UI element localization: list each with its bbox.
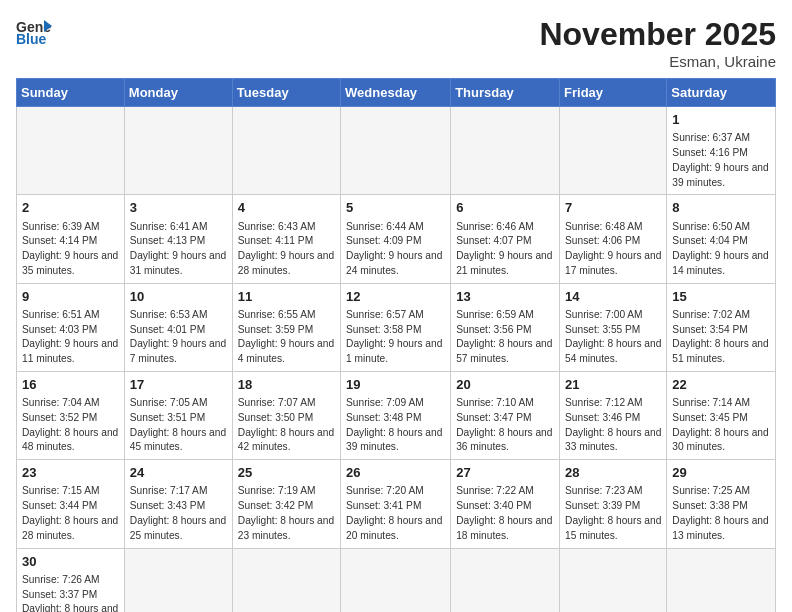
logo-icon: General Blue <box>16 16 52 46</box>
day-info: Sunrise: 7:05 AM Sunset: 3:51 PM Dayligh… <box>130 396 227 455</box>
calendar-cell <box>560 107 667 195</box>
day-info: Sunrise: 6:50 AM Sunset: 4:04 PM Dayligh… <box>672 220 770 279</box>
day-number: 19 <box>346 376 445 394</box>
day-info: Sunrise: 6:43 AM Sunset: 4:11 PM Dayligh… <box>238 220 335 279</box>
column-header-thursday: Thursday <box>451 79 560 107</box>
svg-text:Blue: Blue <box>16 31 47 46</box>
day-info: Sunrise: 7:15 AM Sunset: 3:44 PM Dayligh… <box>22 484 119 543</box>
day-info: Sunrise: 7:04 AM Sunset: 3:52 PM Dayligh… <box>22 396 119 455</box>
calendar-cell: 13Sunrise: 6:59 AM Sunset: 3:56 PM Dayli… <box>451 283 560 371</box>
day-number: 30 <box>22 553 119 571</box>
calendar-cell: 1Sunrise: 6:37 AM Sunset: 4:16 PM Daylig… <box>667 107 776 195</box>
calendar-cell: 10Sunrise: 6:53 AM Sunset: 4:01 PM Dayli… <box>124 283 232 371</box>
day-number: 23 <box>22 464 119 482</box>
calendar-cell <box>341 548 451 612</box>
day-number: 4 <box>238 199 335 217</box>
calendar-header-row: SundayMondayTuesdayWednesdayThursdayFrid… <box>17 79 776 107</box>
day-number: 25 <box>238 464 335 482</box>
calendar-cell: 7Sunrise: 6:48 AM Sunset: 4:06 PM Daylig… <box>560 195 667 283</box>
calendar-week-row: 30Sunrise: 7:26 AM Sunset: 3:37 PM Dayli… <box>17 548 776 612</box>
day-info: Sunrise: 6:55 AM Sunset: 3:59 PM Dayligh… <box>238 308 335 367</box>
day-info: Sunrise: 7:23 AM Sunset: 3:39 PM Dayligh… <box>565 484 661 543</box>
column-header-wednesday: Wednesday <box>341 79 451 107</box>
calendar-week-row: 2Sunrise: 6:39 AM Sunset: 4:14 PM Daylig… <box>17 195 776 283</box>
day-number: 24 <box>130 464 227 482</box>
day-number: 14 <box>565 288 661 306</box>
column-header-tuesday: Tuesday <box>232 79 340 107</box>
day-info: Sunrise: 7:20 AM Sunset: 3:41 PM Dayligh… <box>346 484 445 543</box>
day-info: Sunrise: 6:59 AM Sunset: 3:56 PM Dayligh… <box>456 308 554 367</box>
day-number: 6 <box>456 199 554 217</box>
column-header-monday: Monday <box>124 79 232 107</box>
calendar-cell: 27Sunrise: 7:22 AM Sunset: 3:40 PM Dayli… <box>451 460 560 548</box>
day-number: 18 <box>238 376 335 394</box>
month-title: November 2025 <box>539 16 776 53</box>
calendar-cell: 23Sunrise: 7:15 AM Sunset: 3:44 PM Dayli… <box>17 460 125 548</box>
column-header-saturday: Saturday <box>667 79 776 107</box>
calendar-week-row: 9Sunrise: 6:51 AM Sunset: 4:03 PM Daylig… <box>17 283 776 371</box>
calendar-cell: 16Sunrise: 7:04 AM Sunset: 3:52 PM Dayli… <box>17 371 125 459</box>
calendar-cell: 6Sunrise: 6:46 AM Sunset: 4:07 PM Daylig… <box>451 195 560 283</box>
calendar-cell: 29Sunrise: 7:25 AM Sunset: 3:38 PM Dayli… <box>667 460 776 548</box>
calendar-cell: 26Sunrise: 7:20 AM Sunset: 3:41 PM Dayli… <box>341 460 451 548</box>
calendar-cell: 30Sunrise: 7:26 AM Sunset: 3:37 PM Dayli… <box>17 548 125 612</box>
calendar-cell: 28Sunrise: 7:23 AM Sunset: 3:39 PM Dayli… <box>560 460 667 548</box>
day-info: Sunrise: 7:14 AM Sunset: 3:45 PM Dayligh… <box>672 396 770 455</box>
calendar-cell <box>667 548 776 612</box>
day-info: Sunrise: 6:46 AM Sunset: 4:07 PM Dayligh… <box>456 220 554 279</box>
day-number: 16 <box>22 376 119 394</box>
calendar-week-row: 1Sunrise: 6:37 AM Sunset: 4:16 PM Daylig… <box>17 107 776 195</box>
day-number: 1 <box>672 111 770 129</box>
day-info: Sunrise: 7:07 AM Sunset: 3:50 PM Dayligh… <box>238 396 335 455</box>
calendar-cell: 3Sunrise: 6:41 AM Sunset: 4:13 PM Daylig… <box>124 195 232 283</box>
calendar-cell <box>124 107 232 195</box>
calendar-cell <box>17 107 125 195</box>
day-info: Sunrise: 7:10 AM Sunset: 3:47 PM Dayligh… <box>456 396 554 455</box>
calendar-cell: 14Sunrise: 7:00 AM Sunset: 3:55 PM Dayli… <box>560 283 667 371</box>
day-number: 13 <box>456 288 554 306</box>
day-number: 17 <box>130 376 227 394</box>
logo: General Blue <box>16 16 52 46</box>
calendar-cell: 4Sunrise: 6:43 AM Sunset: 4:11 PM Daylig… <box>232 195 340 283</box>
day-number: 21 <box>565 376 661 394</box>
day-info: Sunrise: 6:37 AM Sunset: 4:16 PM Dayligh… <box>672 131 770 190</box>
calendar-cell: 18Sunrise: 7:07 AM Sunset: 3:50 PM Dayli… <box>232 371 340 459</box>
calendar-cell: 5Sunrise: 6:44 AM Sunset: 4:09 PM Daylig… <box>341 195 451 283</box>
page-header: General Blue November 2025 Esman, Ukrain… <box>16 16 776 70</box>
calendar-cell: 22Sunrise: 7:14 AM Sunset: 3:45 PM Dayli… <box>667 371 776 459</box>
day-info: Sunrise: 7:25 AM Sunset: 3:38 PM Dayligh… <box>672 484 770 543</box>
day-number: 8 <box>672 199 770 217</box>
day-info: Sunrise: 7:09 AM Sunset: 3:48 PM Dayligh… <box>346 396 445 455</box>
day-number: 20 <box>456 376 554 394</box>
day-number: 28 <box>565 464 661 482</box>
day-info: Sunrise: 7:22 AM Sunset: 3:40 PM Dayligh… <box>456 484 554 543</box>
calendar-table: SundayMondayTuesdayWednesdayThursdayFrid… <box>16 78 776 612</box>
day-number: 5 <box>346 199 445 217</box>
day-number: 27 <box>456 464 554 482</box>
day-info: Sunrise: 7:17 AM Sunset: 3:43 PM Dayligh… <box>130 484 227 543</box>
day-info: Sunrise: 7:26 AM Sunset: 3:37 PM Dayligh… <box>22 573 119 612</box>
day-number: 9 <box>22 288 119 306</box>
day-number: 2 <box>22 199 119 217</box>
calendar-cell <box>560 548 667 612</box>
day-info: Sunrise: 7:02 AM Sunset: 3:54 PM Dayligh… <box>672 308 770 367</box>
day-info: Sunrise: 7:12 AM Sunset: 3:46 PM Dayligh… <box>565 396 661 455</box>
calendar-cell: 12Sunrise: 6:57 AM Sunset: 3:58 PM Dayli… <box>341 283 451 371</box>
calendar-cell: 11Sunrise: 6:55 AM Sunset: 3:59 PM Dayli… <box>232 283 340 371</box>
title-block: November 2025 Esman, Ukraine <box>539 16 776 70</box>
day-number: 15 <box>672 288 770 306</box>
calendar-week-row: 23Sunrise: 7:15 AM Sunset: 3:44 PM Dayli… <box>17 460 776 548</box>
day-info: Sunrise: 7:19 AM Sunset: 3:42 PM Dayligh… <box>238 484 335 543</box>
calendar-cell <box>341 107 451 195</box>
calendar-cell: 24Sunrise: 7:17 AM Sunset: 3:43 PM Dayli… <box>124 460 232 548</box>
day-info: Sunrise: 6:39 AM Sunset: 4:14 PM Dayligh… <box>22 220 119 279</box>
day-info: Sunrise: 6:51 AM Sunset: 4:03 PM Dayligh… <box>22 308 119 367</box>
day-number: 11 <box>238 288 335 306</box>
calendar-cell <box>232 107 340 195</box>
day-number: 29 <box>672 464 770 482</box>
day-info: Sunrise: 6:48 AM Sunset: 4:06 PM Dayligh… <box>565 220 661 279</box>
day-info: Sunrise: 6:53 AM Sunset: 4:01 PM Dayligh… <box>130 308 227 367</box>
calendar-cell: 9Sunrise: 6:51 AM Sunset: 4:03 PM Daylig… <box>17 283 125 371</box>
day-info: Sunrise: 7:00 AM Sunset: 3:55 PM Dayligh… <box>565 308 661 367</box>
calendar-cell: 2Sunrise: 6:39 AM Sunset: 4:14 PM Daylig… <box>17 195 125 283</box>
